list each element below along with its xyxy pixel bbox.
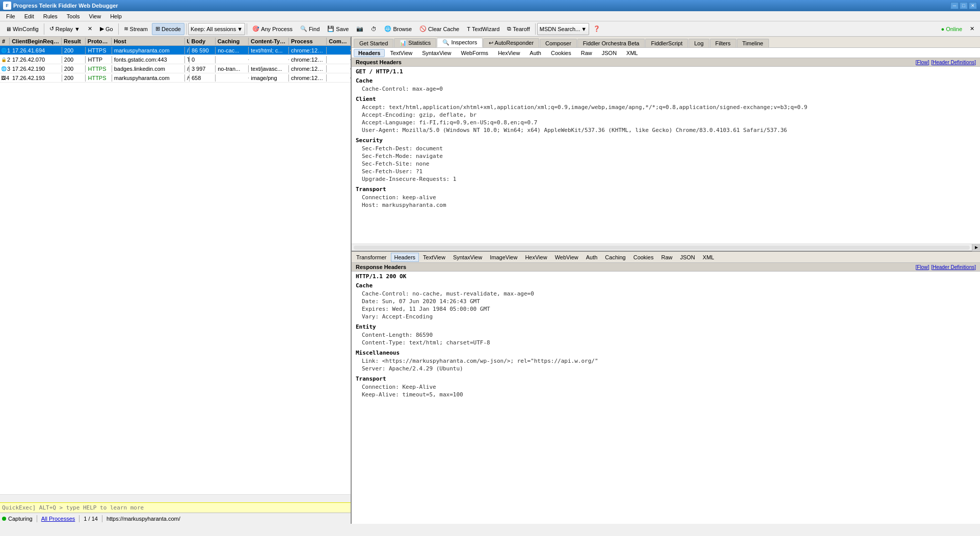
session-row-3[interactable]: 🌐 3 17.26.42.190 200 HTTPS badges.linked…: [0, 64, 351, 73]
tab-log[interactable]: Log: [688, 39, 709, 47]
res-tab-caching[interactable]: Caching: [601, 253, 629, 262]
col-header-result[interactable]: Result: [62, 38, 86, 45]
res-tab-webview[interactable]: WebView: [551, 253, 582, 262]
col-header-protocol[interactable]: Protocol: [86, 38, 112, 45]
sec-fetch-site-header: Sec-Fetch-Site: none: [352, 160, 980, 168]
info-button[interactable]: ❓: [590, 23, 604, 35]
online-status[interactable]: ● Online: [938, 23, 966, 35]
res-tab-textview[interactable]: TextView: [419, 253, 449, 262]
req-tab-webforms[interactable]: WebForms: [457, 49, 493, 57]
req-tab-raw[interactable]: Raw: [576, 49, 597, 57]
response-header-def-link[interactable]: [Header Definitions]: [931, 264, 976, 270]
browse-button[interactable]: 🌐 Browse: [381, 23, 415, 35]
minimize-button[interactable]: ─: [950, 2, 959, 9]
col-header-time[interactable]: ClientBeginRequest: [10, 38, 62, 45]
tab-timeline[interactable]: Timeline: [737, 39, 769, 47]
menu-file[interactable]: File: [2, 12, 19, 20]
all-processes-label[interactable]: All Processes: [41, 516, 75, 522]
tab-fiddlerscript[interactable]: FiddlerScript: [645, 39, 688, 47]
winconfig-button[interactable]: 🖥 WinConfig: [2, 23, 42, 35]
req-tab-syntaxview[interactable]: SyntaxView: [417, 49, 456, 57]
restore-button[interactable]: □: [960, 2, 968, 9]
msdn-dropdown-icon: ▼: [581, 26, 587, 32]
row-4-url: /wp-content/uploads/201...: [185, 74, 190, 82]
clear-cache-button[interactable]: 🚫 Clear Cache: [416, 23, 463, 35]
session-row-1[interactable]: 🌐 1 17.26.41.694 200 HTTPS markuspyharan…: [0, 46, 351, 55]
accept-language-header: Accept-Language: fi-FI,fi;q=0.9,en-US;q=…: [352, 119, 980, 126]
screenshot-button[interactable]: 📷: [353, 23, 367, 35]
col-header-caching[interactable]: Caching: [216, 38, 249, 45]
tab-filters[interactable]: Filters: [710, 39, 736, 47]
scroll-right-btn[interactable]: ▶: [972, 244, 980, 251]
tab-inspectors[interactable]: 🔍 Inspectors: [437, 38, 483, 47]
col-header-body[interactable]: Body: [190, 38, 216, 45]
sec-fetch-dest-header: Sec-Fetch-Dest: document: [352, 145, 980, 152]
tearoff-button[interactable]: ⧉ Tearoff: [504, 23, 533, 35]
response-panel: Transformer Headers TextView SyntaxView …: [352, 252, 980, 524]
msdn-search-dropdown[interactable]: MSDN Search... ▼: [537, 23, 589, 35]
stream-button[interactable]: ≋ Stream: [120, 23, 151, 35]
col-header-process[interactable]: Process: [289, 38, 327, 45]
res-tab-hexview[interactable]: HexView: [521, 253, 550, 262]
request-flow-link[interactable]: [Flow]: [916, 60, 930, 65]
req-tab-cookies[interactable]: Cookies: [546, 49, 576, 57]
horizontal-scrollbar[interactable]: [0, 494, 351, 502]
tab-fiddler-orchestra[interactable]: Fiddler Orchestra Beta: [577, 39, 645, 47]
textwizard-button[interactable]: T TextWizard: [463, 23, 503, 35]
toolbar-separator-2: [118, 23, 119, 35]
close-button[interactable]: ✕: [969, 2, 977, 9]
req-tab-hexview[interactable]: HexView: [493, 49, 524, 57]
close-sessions-button[interactable]: ✕: [84, 23, 96, 35]
session-row-4[interactable]: 🖼 4 17.26.42.193 200 HTTPS markuspyharan…: [0, 73, 351, 83]
tab-composer[interactable]: Composer: [540, 39, 577, 47]
req-tab-auth[interactable]: Auth: [525, 49, 546, 57]
find-button[interactable]: 🔍 Find: [297, 23, 323, 35]
request-scrollbar[interactable]: ▶: [352, 244, 980, 251]
res-tab-xml[interactable]: XML: [699, 253, 718, 262]
timer-button[interactable]: ⏱: [367, 23, 380, 35]
quickexec-input[interactable]: [2, 504, 349, 511]
col-header-host[interactable]: Host: [112, 38, 184, 45]
decode-button[interactable]: ⊞ Decode: [152, 23, 184, 35]
res-tab-imageview[interactable]: ImageView: [486, 253, 521, 262]
res-tab-headers[interactable]: Headers: [391, 253, 419, 262]
col-header-comments[interactable]: Comm...: [327, 38, 351, 45]
res-tab-syntaxview[interactable]: SyntaxView: [449, 253, 486, 262]
col-header-url[interactable]: URL: [185, 38, 190, 45]
tab-get-started[interactable]: Get Started: [354, 39, 393, 47]
row-1-caching: no-cac...: [216, 47, 249, 54]
res-tab-raw[interactable]: Raw: [657, 253, 676, 262]
request-header-def-link[interactable]: [Header Definitions]: [931, 60, 976, 65]
res-tab-cookies[interactable]: Cookies: [630, 253, 657, 262]
autoresponder-icon: ↩: [489, 40, 494, 46]
res-tab-auth[interactable]: Auth: [582, 253, 601, 262]
menu-help[interactable]: Help: [106, 12, 126, 20]
toolbar-separator-1: [44, 23, 44, 35]
request-headers-title: Request Headers: [356, 59, 402, 65]
res-tab-transformer[interactable]: Transformer: [353, 253, 390, 262]
close-right-button[interactable]: ✕: [966, 23, 978, 35]
menu-view[interactable]: View: [85, 12, 105, 20]
col-header-content-type[interactable]: Content-Type: [249, 38, 289, 45]
response-flow-link[interactable]: [Flow]: [916, 264, 930, 270]
req-tab-xml[interactable]: XML: [622, 49, 643, 57]
req-tab-headers[interactable]: Headers: [354, 49, 385, 57]
menu-rules[interactable]: Rules: [39, 12, 62, 20]
any-process-button[interactable]: 🎯 Any Process: [249, 23, 296, 35]
replay-button[interactable]: ↺ Replay ▼: [46, 23, 84, 35]
row-1-num: 🌐 1: [0, 47, 10, 53]
save-button[interactable]: 💾 Save: [324, 23, 352, 35]
go-button[interactable]: ▶ Go: [96, 23, 117, 35]
keep-sessions-dropdown[interactable]: Keep: All sessions ▼: [188, 23, 245, 35]
menu-tools[interactable]: Tools: [63, 12, 84, 20]
response-entity-group: Entity Content-Length: 86590 Content-Typ…: [352, 323, 980, 346]
row-4-body: 658: [190, 74, 216, 82]
session-row-2[interactable]: 🔒 2 17.26.42.070 200 HTTP fonts.gstatic.…: [0, 55, 351, 64]
req-tab-json[interactable]: JSON: [597, 49, 621, 57]
req-tab-textview[interactable]: TextView: [385, 49, 417, 57]
res-tab-json[interactable]: JSON: [676, 253, 698, 262]
row-1-content-type: text/html; c...: [249, 47, 289, 54]
tab-autoresponder[interactable]: ↩ AutoResponder: [483, 38, 539, 47]
tab-statistics[interactable]: 📊 Statistics: [394, 38, 436, 47]
menu-edit[interactable]: Edit: [20, 12, 38, 20]
